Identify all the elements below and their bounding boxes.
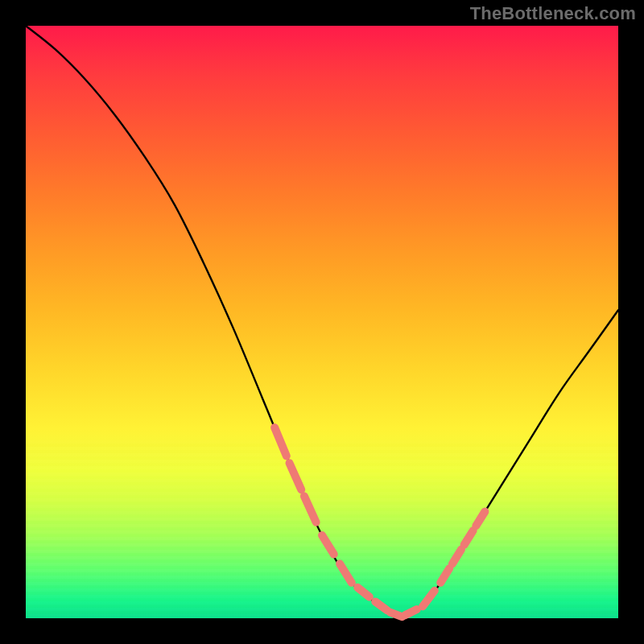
marker-dash bbox=[357, 588, 369, 597]
curve-line bbox=[26, 26, 618, 618]
marker-dash bbox=[290, 463, 302, 489]
marker-dash bbox=[275, 427, 287, 456]
marker-dash bbox=[304, 496, 316, 522]
chart-frame: TheBottleneck.com bbox=[0, 0, 644, 644]
chart-svg bbox=[26, 26, 618, 618]
watermark-text: TheBottleneck.com bbox=[470, 3, 636, 24]
marker-dash bbox=[464, 530, 473, 545]
marker-dash bbox=[476, 512, 485, 526]
marker-dashes bbox=[275, 427, 485, 617]
marker-dash bbox=[452, 550, 461, 564]
marker-dash bbox=[423, 591, 435, 607]
marker-dash bbox=[322, 535, 334, 555]
marker-dash bbox=[440, 568, 449, 583]
marker-dash bbox=[390, 613, 402, 617]
marker-dash bbox=[375, 601, 387, 610]
marker-dash bbox=[405, 609, 417, 615]
marker-dash bbox=[340, 564, 352, 583]
